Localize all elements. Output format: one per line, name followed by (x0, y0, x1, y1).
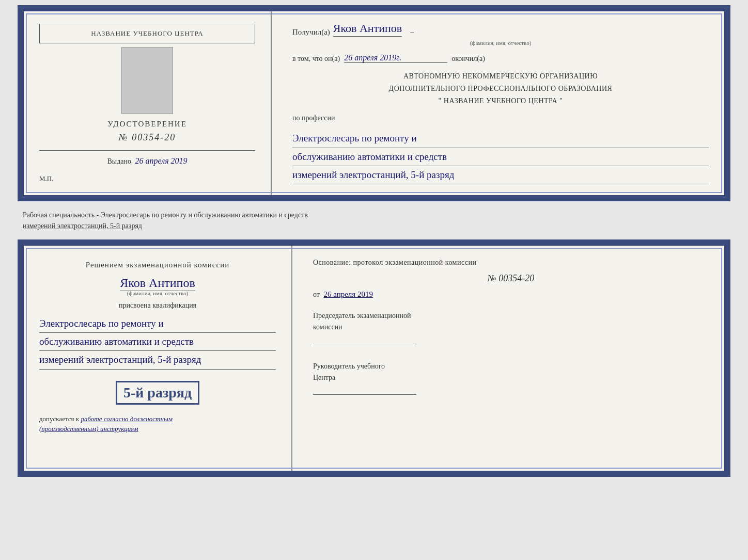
basis-label: Основание: протокол экзаменационной коми… (313, 259, 709, 267)
chairman-text1: Председатель экзаменационной (313, 312, 411, 319)
cert-top-right: Получил(а) Яков Антипов – (фамилия, имя,… (272, 11, 724, 195)
protocol-number: № 00354-20 (313, 273, 709, 284)
prof-line2-bottom: обслуживанию автоматики и средств (39, 333, 276, 351)
cert-title: УДОСТОВЕРЕНИЕ № 00354-20 (107, 118, 187, 145)
profession-label-top: по профессии (292, 114, 709, 122)
prof-line3-top: измерений электростанций, 5-й разряд (292, 166, 709, 184)
certificate-top: НАЗВАНИЕ УЧЕБНОГО ЦЕНТРА УДОСТОВЕРЕНИЕ №… (18, 5, 730, 201)
protocol-date: от 26 апреля 2019 (313, 290, 709, 299)
cert-number: № 00354-20 (119, 132, 176, 142)
received-prefix: Получил(а) (292, 28, 330, 37)
bottom-name-line: Яков Антипов (фамилия, имя, отчество) (39, 276, 276, 296)
from-label: от (313, 291, 320, 298)
school-name-label: НАЗВАНИЕ УЧЕБНОГО ЦЕНТРА (39, 24, 255, 43)
fact-date: 26 апреля 2019г. (344, 53, 447, 63)
cert-top-left: НАЗВАНИЕ УЧЕБНОГО ЦЕНТРА УДОСТОВЕРЕНИЕ №… (24, 11, 272, 195)
finished-label: окончил(а) (451, 55, 485, 63)
director-label2: Центра (313, 374, 335, 381)
info-line2: измерений электростанций, 5-й разряд (23, 222, 142, 230)
director-label1: Руководитель учебного (313, 362, 385, 370)
info-text-block: Рабочая специальность - Электрослесарь п… (18, 206, 730, 234)
bottom-recipient-name: Яков Антипов (120, 276, 195, 291)
cert-bottom-left: Решением экзаменационной комиссии Яков А… (24, 246, 292, 471)
chairman-text2: комиссии (313, 323, 342, 331)
rank-highlight: 5-й разряд (116, 381, 199, 405)
fact-prefix: в том, что он(а) (292, 55, 340, 63)
chairman-label: Председатель экзаменационной комиссии (313, 310, 709, 333)
mp-label: М.П. (39, 174, 53, 183)
decision-title: Решением экзаменационной комиссии (39, 259, 276, 271)
profession-text-bottom: Электрослесарь по ремонту и обслуживанию… (39, 315, 276, 370)
certificate-bottom: Решением экзаменационной комиссии Яков А… (18, 239, 730, 477)
director-sig-line (313, 394, 416, 395)
profession-text-top: Электрослесарь по ремонту и обслуживанию… (292, 130, 709, 184)
org-line2: ДОПОЛНИТЕЛЬНОГО ПРОФЕССИОНАЛЬНОГО ОБРАЗО… (389, 85, 613, 92)
инструкции-text: (производственным) инструкциям (39, 425, 138, 433)
rank-highlight-container: 5-й разряд (39, 379, 276, 405)
issued-date: 26 апреля 2019 (135, 156, 187, 165)
допускается-label: допускается к (39, 415, 79, 423)
fact-line: в том, что он(а) 26 апреля 2019г. окончи… (292, 53, 709, 63)
bottom-recipient-subtext: (фамилия, имя, отчество) (39, 290, 276, 296)
prof-line1-top: Электрослесарь по ремонту и (292, 130, 709, 148)
recipient-subtext-top: (фамилия, имя, отчество) (292, 40, 709, 46)
cert-title-line1: УДОСТОВЕРЕНИЕ (107, 120, 187, 128)
chairman-sig-line (313, 344, 416, 344)
org-text: АВТОНОМНУЮ НЕКОММЕРЧЕСКУЮ ОРГАНИЗАЦИЮ ДО… (292, 70, 709, 107)
recipient-name-top: Яков Антипов (333, 22, 402, 37)
prof-line2-top: обслуживанию автоматики и средств (292, 148, 709, 166)
info-line1: Рабочая специальность - Электрослесарь п… (23, 211, 308, 219)
prof-line3-bottom: измерений электростанций, 5-й разряд (39, 351, 276, 369)
cert-bottom-right: Основание: протокол экзаменационной коми… (292, 246, 724, 471)
decision-label: Решением экзаменационной комиссии (86, 261, 229, 269)
received-line: Получил(а) Яков Антипов – (292, 22, 709, 37)
допускается-text: работе согласно должностным (81, 415, 173, 423)
from-date: 26 апреля 2019 (323, 290, 373, 298)
assigned-label: присвоена квалификация (39, 301, 276, 310)
photo-placeholder (121, 47, 173, 114)
допускается-line: допускается к работе согласно должностны… (39, 414, 276, 434)
prof-line1-bottom: Электрослесарь по ремонту и (39, 315, 276, 333)
director-section: Руководитель учебного Центра (313, 361, 709, 395)
org-line1: АВТОНОМНУЮ НЕКОММЕРЧЕСКУЮ ОРГАНИЗАЦИЮ (403, 72, 598, 80)
issued-label: Выдано (107, 157, 131, 165)
chairman-section: Председатель экзаменационной комиссии (313, 310, 709, 344)
org-line3: " НАЗВАНИЕ УЧЕБНОГО ЦЕНТРА " (439, 97, 563, 105)
